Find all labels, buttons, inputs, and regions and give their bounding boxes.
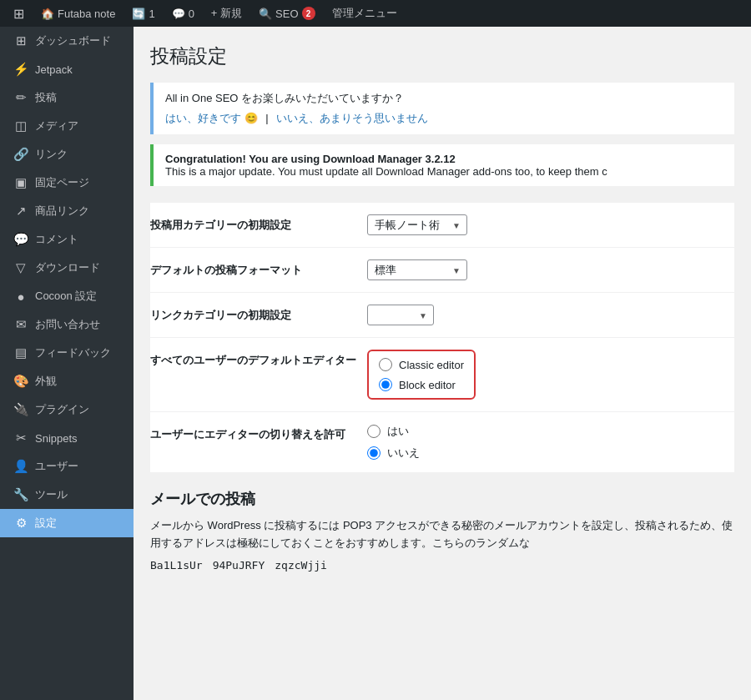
notice-download-title: Congratulation! You are using Download M…	[165, 153, 456, 165]
allow-switch-control: はい いいえ	[367, 424, 734, 461]
sidebar-item-label: 商品リンク	[35, 204, 89, 219]
sidebar-item-comments[interactable]: 💬 コメント	[0, 225, 134, 254]
sidebar-item-downloads[interactable]: ▽ ダウンロード	[0, 254, 134, 282]
link-category-label: リンクカテゴリーの初期設定	[150, 305, 367, 323]
sidebar-item-label: ダウンロード	[35, 260, 100, 275]
updates-icon: 🔄	[132, 8, 145, 20]
format-select[interactable]: 標準 動画 音声 画像 引用 リンク	[367, 259, 467, 280]
sidebar-item-pages[interactable]: ▣ 固定ページ	[0, 169, 134, 197]
sidebar-item-cocoon[interactable]: ● Cocoon 設定	[0, 282, 134, 310]
plugins-icon: 🔌	[13, 402, 28, 417]
sidebar-item-label: Jetpack	[35, 63, 73, 76]
comments-nav-icon: 💬	[13, 232, 28, 247]
mail-section-text: メールから WordPress に投稿するには POP3 アクセスができる秘密の…	[150, 517, 734, 552]
main-content: 投稿設定 All in One SEO をお楽しみいただいていますか？ はい、好…	[134, 27, 751, 700]
seo-icon: 🔍	[259, 8, 272, 20]
sidebar-item-users[interactable]: 👤 ユーザー	[0, 452, 134, 481]
default-editor-label: すべてのユーザーのデフォルトエディター	[150, 350, 367, 368]
updates-count: 1	[149, 8, 154, 20]
classic-editor-label: Classic editor	[399, 359, 464, 371]
page-title: 投稿設定	[150, 43, 734, 69]
sidebar-item-label: お問い合わせ	[35, 317, 100, 332]
notice-separator: |	[265, 112, 268, 124]
allow-switch-yes-label: はい	[387, 424, 409, 439]
sidebar-item-links[interactable]: 🔗 リンク	[0, 140, 134, 169]
format-control: 標準 動画 音声 画像 引用 リンク ▼	[367, 259, 734, 280]
allow-switch-no-option[interactable]: いいえ	[367, 446, 734, 461]
sidebar-item-label: Snippets	[35, 432, 78, 445]
feedback-icon: ▤	[13, 345, 28, 360]
default-editor-row: すべてのユーザーのデフォルトエディター Classic editor Block…	[150, 338, 734, 412]
settings-icon: ⚙	[13, 516, 28, 531]
notice-aioseo-text: All in One SEO をお楽しみいただいていますか？	[165, 91, 723, 106]
sidebar-item-snippets[interactable]: ✂ Snippets	[0, 424, 134, 452]
sidebar-item-dashboard[interactable]: ⊞ ダッシュボード	[0, 27, 134, 55]
sidebar-item-media[interactable]: ◫ メディア	[0, 112, 134, 140]
sidebar-item-appearance[interactable]: 🎨 外観	[0, 367, 134, 395]
seo-badge: 2	[302, 7, 315, 20]
mail-code-2: 94PuJRFY	[213, 559, 265, 572]
format-row: デフォルトの投稿フォーマット 標準 動画 音声 画像 引用 リンク ▼	[150, 248, 734, 293]
notice-download-text: This is a major update. You must update …	[165, 165, 607, 178]
contact-icon: ✉	[13, 317, 28, 332]
updates-link[interactable]: 🔄 1	[125, 0, 161, 27]
sidebar-item-posts[interactable]: ✏ 投稿	[0, 83, 134, 112]
wp-logo[interactable]: ⊞	[7, 0, 31, 27]
appearance-icon: 🎨	[13, 374, 28, 389]
comments-icon: 💬	[172, 8, 185, 20]
seo-label: SEO	[275, 8, 298, 20]
notice-aioseo-link1[interactable]: はい、好きです 😊	[165, 112, 258, 124]
pages-icon: ▣	[13, 175, 28, 190]
sidebar-item-jetpack[interactable]: ⚡ Jetpack	[0, 55, 134, 83]
sidebar-item-settings[interactable]: ⚙ 設定	[0, 509, 134, 537]
link-category-select[interactable]	[367, 305, 434, 325]
mail-codes: Ba1L1sUr 94PuJRFY zqzcWjji	[150, 559, 734, 572]
allow-switch-row: ユーザーにエディターの切り替えを許可 はい いいえ	[150, 412, 734, 472]
posts-icon: ✏	[13, 90, 28, 105]
default-editor-radio-group: Classic editor Block editor	[367, 350, 476, 400]
sidebar-item-contact[interactable]: ✉ お問い合わせ	[0, 310, 134, 339]
sidebar-item-feedback[interactable]: ▤ フィードバック	[0, 339, 134, 367]
classic-editor-radio[interactable]	[379, 358, 392, 371]
classic-editor-option[interactable]: Classic editor	[379, 358, 464, 371]
sidebar-item-plugins[interactable]: 🔌 プラグイン	[0, 395, 134, 424]
link-category-row: リンクカテゴリーの初期設定 ▼	[150, 293, 734, 338]
sidebar-item-products[interactable]: ↗ 商品リンク	[0, 197, 134, 225]
category-row: 投稿用カテゴリーの初期設定 手帳ノート術 未分類 ▼	[150, 203, 734, 248]
category-select-wrap: 手帳ノート術 未分類 ▼	[367, 214, 467, 235]
sidebar-item-tools[interactable]: 🔧 ツール	[0, 481, 134, 509]
sidebar-item-label: 設定	[35, 516, 57, 531]
link-category-select-wrap: ▼	[367, 305, 434, 325]
format-label: デフォルトの投稿フォーマット	[150, 259, 367, 278]
users-icon: 👤	[13, 459, 28, 474]
comments-link[interactable]: 💬 0	[165, 0, 201, 27]
block-editor-radio[interactable]	[379, 378, 392, 391]
sidebar-item-label: コメント	[35, 232, 78, 247]
default-editor-control: Classic editor Block editor	[367, 350, 734, 400]
sidebar-item-label: 外観	[35, 374, 57, 389]
sidebar-item-label: ダッシュボード	[35, 33, 111, 48]
notice-download: Congratulation! You are using Download M…	[150, 144, 734, 186]
sidebar-item-label: メディア	[35, 118, 78, 133]
category-select[interactable]: 手帳ノート術 未分類	[367, 214, 467, 235]
allow-switch-no-radio[interactable]	[367, 446, 381, 460]
site-link[interactable]: 🏠 Futaba note	[34, 0, 122, 27]
block-editor-label: Block editor	[399, 379, 456, 391]
allow-switch-yes-radio[interactable]	[367, 425, 381, 438]
cocoon-icon: ●	[13, 290, 28, 304]
sidebar-item-label: Cocoon 設定	[35, 289, 97, 304]
allow-switch-no-label: いいえ	[387, 446, 420, 461]
allow-switch-yes-option[interactable]: はい	[367, 424, 734, 439]
allow-switch-radio-group: はい いいえ	[367, 424, 734, 461]
admin-menu[interactable]: 管理メニュー	[325, 0, 404, 27]
seo-link[interactable]: 🔍 SEO 2	[252, 0, 321, 27]
allow-switch-label: ユーザーにエディターの切り替えを許可	[150, 424, 367, 442]
jetpack-icon: ⚡	[13, 62, 28, 77]
snippets-icon: ✂	[13, 431, 28, 446]
category-control: 手帳ノート術 未分類 ▼	[367, 214, 734, 235]
new-label: + 新規	[211, 6, 242, 21]
block-editor-option[interactable]: Block editor	[379, 378, 464, 391]
new-button[interactable]: + 新規	[204, 6, 249, 21]
sidebar-item-label: プラグイン	[35, 402, 89, 417]
notice-aioseo-link2[interactable]: いいえ、あまりそう思いません	[276, 112, 428, 124]
